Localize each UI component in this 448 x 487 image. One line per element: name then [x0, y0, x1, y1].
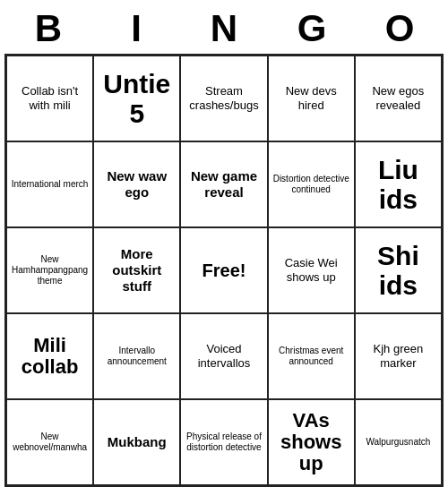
cell-3: New devs hired — [268, 56, 355, 141]
cell-6: New waw ego — [93, 141, 180, 227]
cell-23: VAs shows up — [268, 399, 355, 485]
cell-12: Free! — [180, 227, 267, 313]
cell-16: Intervallo announcement — [93, 313, 180, 399]
cell-21: Mukbang — [93, 399, 180, 485]
cell-7: New game reveal — [180, 141, 267, 227]
cell-20: New webnovel/manwha — [6, 399, 93, 485]
bingo-title: B I N G O — [4, 0, 444, 54]
cell-5: International merch — [6, 141, 93, 227]
title-n: N — [185, 7, 263, 50]
title-i: I — [97, 7, 176, 50]
cell-22: Physical release of distortion detective — [180, 399, 267, 485]
title-g: G — [272, 7, 351, 50]
cell-11: More outskirt stuff — [93, 227, 180, 313]
bingo-grid: Collab isn't with miliUntie 5Stream cras… — [4, 54, 444, 487]
cell-13: Casie Wei shows up — [268, 227, 355, 313]
cell-24: Walpurgusnatch — [355, 399, 442, 485]
cell-9: Liu ids — [355, 141, 442, 227]
cell-1: Untie 5 — [93, 56, 180, 141]
cell-10: New Hamhampangpang theme — [6, 227, 93, 313]
cell-15: Mili collab — [6, 313, 93, 399]
cell-8: Distortion detective continued — [268, 141, 355, 227]
cell-14: Shi ids — [355, 227, 442, 313]
cell-0: Collab isn't with mili — [6, 56, 93, 141]
cell-4: New egos revealed — [355, 56, 442, 141]
title-b: B — [9, 7, 88, 50]
cell-18: Christmas event announced — [268, 313, 355, 399]
cell-19: Kjh green marker — [355, 313, 442, 399]
cell-17: Voiced intervallos — [180, 313, 267, 399]
title-o: O — [360, 7, 439, 50]
cell-2: Stream crashes/bugs — [180, 56, 267, 141]
